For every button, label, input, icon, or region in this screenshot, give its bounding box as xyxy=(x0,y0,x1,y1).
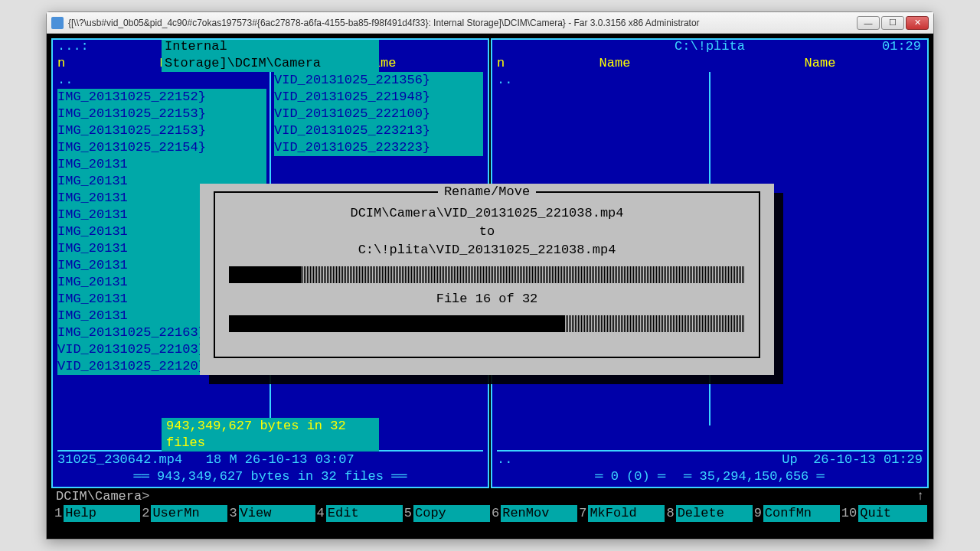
fkey-bar: 1Help2UserMn3View4Edit5Copy6RenMov7MkFol… xyxy=(51,505,929,522)
selection-mark-icon: } xyxy=(198,106,206,121)
fkey-label: Edit xyxy=(326,505,403,522)
minimize-button[interactable]: — xyxy=(857,16,880,30)
clock: 01:29 xyxy=(879,38,924,55)
file-row[interactable]: VID_20131025_221356} xyxy=(274,72,483,89)
left-panel-caption-prefix: ...: xyxy=(57,38,89,55)
terminal-area: ...: Internal Storage]\DCIM\Camera n Nam… xyxy=(47,34,933,539)
dialog-to-label: to xyxy=(229,223,745,240)
fkey-label: RenMov xyxy=(501,505,577,522)
prompt-text: DCIM\Camera> xyxy=(56,488,149,505)
close-button[interactable]: ✕ xyxy=(906,16,929,30)
file-row[interactable]: IMG_20131025_22154} xyxy=(57,139,266,156)
selection-mark-icon: } xyxy=(423,73,430,87)
selection-mark-icon: } xyxy=(423,140,430,155)
fkey-label: MkFold xyxy=(588,505,665,522)
left-status-line: 31025_230642.mp4 18 M 26-10-13 03:07 xyxy=(57,450,483,468)
file-row[interactable]: .. xyxy=(57,72,266,89)
fkey-number: 9 xyxy=(753,505,763,522)
maximize-button[interactable]: ☐ xyxy=(881,16,904,30)
right-footer-left: 0 (0) xyxy=(611,469,650,484)
fkey-label: Delete xyxy=(676,505,753,522)
fkey-number: 4 xyxy=(315,505,326,522)
window-title: {[\\?\usb#vid_0b05&pid_4c90#c7okas197573… xyxy=(68,18,857,28)
fkey-renmov[interactable]: 6RenMov xyxy=(490,505,577,522)
left-panel-caption: Internal Storage]\DCIM\Camera xyxy=(162,38,379,72)
selection-mark-icon: } xyxy=(198,140,206,155)
fkey-view[interactable]: 3View xyxy=(227,505,315,522)
fkey-usermn[interactable]: 2UserMn xyxy=(140,505,227,522)
file-progress-fill xyxy=(229,266,301,283)
file-row[interactable]: VID_20131025_223213} xyxy=(274,122,483,139)
left-footer-text: 943,349,627 bytes in 32 files xyxy=(157,469,391,484)
left-status-text: 31025_230642.mp4 18 M 26-10-13 03:07 xyxy=(57,452,354,468)
rename-move-dialog[interactable]: Rename/Move DCIM\Camera\VID_20131025_221… xyxy=(200,184,774,375)
selection-mark-icon: } xyxy=(198,123,206,138)
fkey-number: 7 xyxy=(577,505,588,522)
left-footer: ══ 943,349,627 bytes in 32 files ══ xyxy=(57,468,483,485)
fkey-delete[interactable]: 8Delete xyxy=(665,505,752,522)
fkey-number: 3 xyxy=(227,505,238,522)
selection-mark-icon: } xyxy=(423,90,430,104)
file-row[interactable]: IMG_20131025_22153} xyxy=(57,122,266,139)
app-window: {[\\?\usb#vid_0b05&pid_4c90#c7okas197573… xyxy=(46,11,934,540)
dialog-title: Rename/Move xyxy=(229,184,745,201)
fkey-number: 6 xyxy=(490,505,501,522)
col-header-name-r1: Name xyxy=(512,55,717,72)
total-progress-bar xyxy=(229,315,745,332)
file-row[interactable]: VID_20131025_223223} xyxy=(274,139,483,156)
fkey-label: UserMn xyxy=(151,505,227,522)
file-row[interactable]: IMG_20131025_22153} xyxy=(57,106,266,122)
dialog-destination: C:\!plita\VID_20131025_221038.mp4 xyxy=(229,242,745,259)
history-up-icon[interactable]: ↑ xyxy=(916,488,924,505)
col-header-n: n xyxy=(57,55,73,72)
selection-mark-icon: } xyxy=(423,123,430,138)
command-line[interactable]: DCIM\Camera> ↑ xyxy=(51,488,929,505)
fkey-label: Help xyxy=(64,505,140,522)
right-status-left: .. xyxy=(497,452,512,468)
selection-mark-icon: } xyxy=(423,106,430,121)
fkey-number: 5 xyxy=(403,505,413,522)
right-panel-caption: C:\!plita xyxy=(671,38,748,55)
titlebar[interactable]: {[\\?\usb#vid_0b05&pid_4c90#c7okas197573… xyxy=(47,12,933,34)
dialog-file-counter: File 16 of 32 xyxy=(229,291,745,308)
fkey-label: Copy xyxy=(413,505,490,522)
fkey-number: 10 xyxy=(840,505,858,522)
fkey-label: View xyxy=(239,505,315,522)
fkey-number: 1 xyxy=(53,505,64,522)
fkey-quit[interactable]: 10Quit xyxy=(840,505,927,522)
file-row[interactable]: .. xyxy=(497,72,706,89)
fkey-label: ConfMn xyxy=(763,505,840,522)
file-row[interactable]: IMG_20131025_22152} xyxy=(57,89,266,106)
fkey-help[interactable]: 1Help xyxy=(53,505,140,522)
right-status-right: Up 26-10-13 01:29 xyxy=(782,452,923,468)
file-row[interactable]: IMG_20131 xyxy=(57,156,266,173)
right-footer-right: 35,294,150,656 xyxy=(700,469,809,484)
col-header-name-r2: Name xyxy=(717,55,923,72)
fkey-number: 8 xyxy=(665,505,675,522)
app-icon xyxy=(51,17,64,29)
fkey-mkfold[interactable]: 7MkFold xyxy=(577,505,665,522)
fkey-number: 2 xyxy=(140,505,151,522)
total-progress-fill xyxy=(229,315,564,332)
fkey-copy[interactable]: 5Copy xyxy=(403,505,490,522)
file-row[interactable]: VID_20131025_222100} xyxy=(274,106,483,122)
fkey-edit[interactable]: 4Edit xyxy=(315,505,403,522)
dialog-source: DCIM\Camera\VID_20131025_221038.mp4 xyxy=(229,205,745,222)
right-status-line: .. Up 26-10-13 01:29 xyxy=(497,450,923,468)
fkey-confmn[interactable]: 9ConfMn xyxy=(753,505,840,522)
fkey-label: Quit xyxy=(858,505,927,522)
selection-mark-icon: } xyxy=(198,90,206,104)
right-footer: ═ 0 (0) ═ ═ 35,294,150,656 ═ xyxy=(497,468,923,485)
left-selection-summary: 943,349,627 bytes in 32 files xyxy=(162,418,379,452)
col-header-n-r: n xyxy=(497,55,512,72)
file-row[interactable]: VID_20131025_221948} xyxy=(274,89,483,106)
file-progress-bar xyxy=(229,266,745,283)
